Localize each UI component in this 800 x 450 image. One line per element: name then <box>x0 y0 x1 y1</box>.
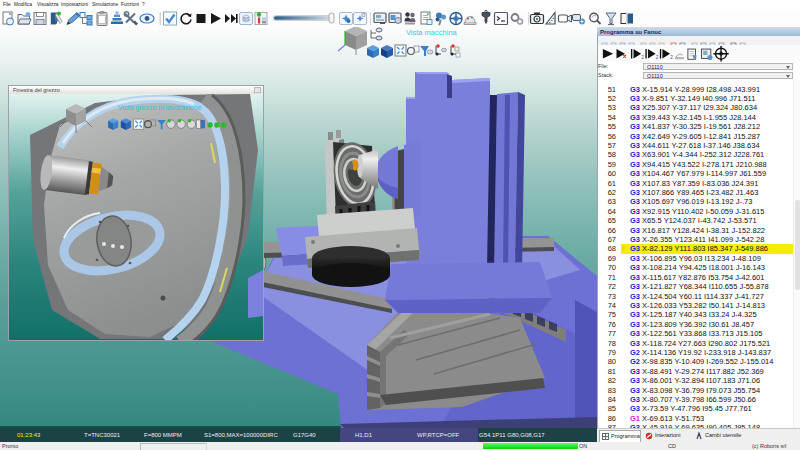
svg-text:Vista grezzo in lavorazione: Vista grezzo in lavorazione <box>118 104 202 112</box>
svg-text:Vista macchina: Vista macchina <box>406 28 458 37</box>
svg-text:2: 2 <box>670 54 673 60</box>
svg-text:BS: BS <box>243 16 250 22</box>
svg-text:2: 2 <box>641 54 644 60</box>
svg-text:2: 2 <box>656 54 659 60</box>
